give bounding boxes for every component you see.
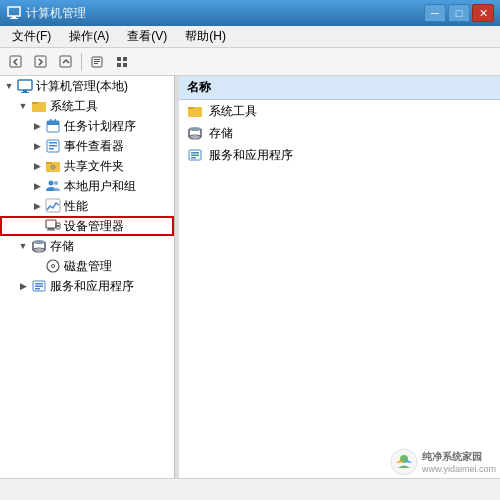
expand-icon-storage: ▼ bbox=[16, 239, 30, 253]
svg-rect-13 bbox=[123, 63, 127, 67]
main-area: ▼ 计算机管理(本地) ▼ 系统工具 ▶ bbox=[0, 76, 500, 478]
tree-item-root[interactable]: ▼ 计算机管理(本地) bbox=[0, 76, 174, 96]
close-button[interactable]: ✕ bbox=[472, 4, 494, 22]
svg-rect-24 bbox=[49, 145, 57, 147]
svg-rect-23 bbox=[49, 142, 57, 144]
svg-rect-9 bbox=[94, 63, 98, 64]
svg-rect-12 bbox=[117, 63, 121, 67]
sharedfolder-icon bbox=[45, 158, 61, 174]
right-label-systools: 系统工具 bbox=[209, 103, 257, 120]
svg-rect-10 bbox=[117, 57, 121, 61]
svg-point-38 bbox=[33, 240, 45, 244]
expand-icon-diskmgmt: ▶ bbox=[30, 259, 44, 273]
tree-label-systools: 系统工具 bbox=[50, 98, 98, 115]
tree-item-sharedfolders[interactable]: ▶ 共享文件夹 bbox=[0, 156, 174, 176]
watermark-line2: www.yidaimei.com bbox=[422, 464, 496, 474]
right-services-icon bbox=[187, 147, 203, 163]
svg-rect-15 bbox=[23, 90, 27, 92]
svg-rect-11 bbox=[123, 57, 127, 61]
svg-rect-31 bbox=[46, 199, 60, 212]
svg-rect-16 bbox=[21, 92, 29, 93]
svg-rect-19 bbox=[47, 121, 59, 125]
svg-rect-21 bbox=[55, 119, 57, 123]
watermark-logo bbox=[390, 448, 418, 476]
toolbar-back-button[interactable] bbox=[4, 51, 28, 73]
svg-point-44 bbox=[52, 265, 54, 267]
tree-item-eventviewer[interactable]: ▶ 事件查看器 bbox=[0, 136, 174, 156]
watermark-line1: 纯净系统家园 bbox=[422, 450, 496, 464]
svg-rect-0 bbox=[8, 7, 20, 16]
expand-icon-eventviewer: ▶ bbox=[30, 139, 44, 153]
menu-action[interactable]: 操作(A) bbox=[61, 26, 117, 47]
tree-label-services: 服务和应用程序 bbox=[50, 278, 134, 295]
right-label-services: 服务和应用程序 bbox=[209, 147, 293, 164]
toolbar-properties-button[interactable] bbox=[85, 51, 109, 73]
menu-help[interactable]: 帮助(H) bbox=[177, 26, 234, 47]
svg-point-29 bbox=[49, 181, 54, 186]
tree-item-localusers[interactable]: ▶ 本地用户和组 bbox=[0, 176, 174, 196]
window-controls: ─ □ ✕ bbox=[424, 4, 494, 22]
svg-rect-1 bbox=[12, 16, 16, 18]
minimize-button[interactable]: ─ bbox=[424, 4, 446, 22]
maximize-button[interactable]: □ bbox=[448, 4, 470, 22]
menu-bar: 文件(F) 操作(A) 查看(V) 帮助(H) bbox=[0, 26, 500, 48]
tree-label-localusers: 本地用户和组 bbox=[64, 178, 136, 195]
right-panel-header: 名称 bbox=[179, 76, 500, 100]
folder-systools-icon bbox=[31, 98, 47, 114]
disk-icon bbox=[45, 258, 61, 274]
expand-icon-taskscheduler: ▶ bbox=[30, 119, 44, 133]
expand-icon-devicemanager: ▶ bbox=[30, 219, 44, 233]
right-label-storage: 存储 bbox=[209, 125, 233, 142]
tree-label-devicemanager: 设备管理器 bbox=[64, 218, 124, 235]
tree-label-root: 计算机管理(本地) bbox=[36, 78, 128, 95]
svg-rect-14 bbox=[18, 80, 32, 90]
tree-label-storage: 存储 bbox=[50, 238, 74, 255]
tree-item-services[interactable]: ▶ 服务和应用程序 bbox=[0, 276, 174, 296]
expand-icon-localusers: ▶ bbox=[30, 179, 44, 193]
svg-rect-2 bbox=[10, 18, 18, 19]
toolbar-up-button[interactable] bbox=[54, 51, 78, 73]
svg-rect-46 bbox=[35, 283, 43, 285]
svg-rect-57 bbox=[191, 155, 199, 157]
toolbar bbox=[0, 48, 500, 76]
svg-rect-33 bbox=[48, 228, 54, 230]
tree-label-sharedfolders: 共享文件夹 bbox=[64, 158, 124, 175]
menu-file[interactable]: 文件(F) bbox=[4, 26, 59, 47]
menu-view[interactable]: 查看(V) bbox=[119, 26, 175, 47]
toolbar-forward-button[interactable] bbox=[29, 51, 53, 73]
calendar-icon bbox=[45, 118, 61, 134]
tree-label-eventviewer: 事件查看器 bbox=[64, 138, 124, 155]
right-folder-systools-icon bbox=[187, 103, 203, 119]
tree-panel: ▼ 计算机管理(本地) ▼ 系统工具 ▶ bbox=[0, 76, 175, 478]
right-item-storage[interactable]: 存储 bbox=[179, 122, 500, 144]
app-icon bbox=[6, 5, 22, 21]
tree-item-storage[interactable]: ▼ 存储 bbox=[0, 236, 174, 256]
right-item-services[interactable]: 服务和应用程序 bbox=[179, 144, 500, 166]
expand-icon-systools: ▼ bbox=[16, 99, 30, 113]
tree-item-diskmgmt[interactable]: ▶ 磁盘管理 bbox=[0, 256, 174, 276]
tree-item-devicemanager[interactable]: ▶ 设备管理器 bbox=[0, 216, 174, 236]
computer-icon bbox=[17, 78, 33, 94]
services-icon bbox=[31, 278, 47, 294]
svg-rect-58 bbox=[191, 157, 196, 159]
right-storage-icon bbox=[187, 125, 203, 141]
svg-rect-36 bbox=[57, 225, 59, 227]
expand-icon-performance: ▶ bbox=[30, 199, 44, 213]
storage-icon bbox=[31, 238, 47, 254]
svg-rect-48 bbox=[35, 288, 40, 290]
tree-item-performance[interactable]: ▶ 性能 bbox=[0, 196, 174, 216]
watermark: 纯净系统家园 www.yidaimei.com bbox=[390, 448, 496, 476]
expand-icon-root: ▼ bbox=[2, 79, 16, 93]
device-icon bbox=[45, 218, 61, 234]
toolbar-view-button[interactable] bbox=[110, 51, 134, 73]
right-item-systools[interactable]: 系统工具 bbox=[179, 100, 500, 122]
watermark-text-block: 纯净系统家园 www.yidaimei.com bbox=[422, 450, 496, 474]
tree-item-systools[interactable]: ▼ 系统工具 bbox=[0, 96, 174, 116]
tree-item-taskscheduler[interactable]: ▶ 任务计划程序 bbox=[0, 116, 174, 136]
tree-label-diskmgmt: 磁盘管理 bbox=[64, 258, 112, 275]
toolbar-separator bbox=[81, 53, 82, 71]
performance-icon bbox=[45, 198, 61, 214]
svg-rect-20 bbox=[50, 119, 52, 123]
expand-icon-services: ▶ bbox=[16, 279, 30, 293]
svg-rect-47 bbox=[35, 286, 43, 288]
